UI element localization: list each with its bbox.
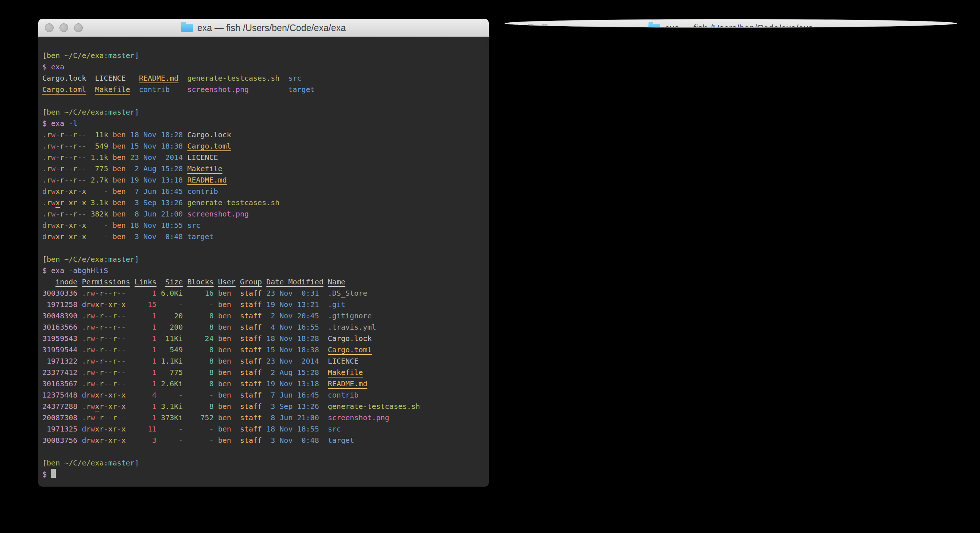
terminal-line: .rw-r--r-- 549 ben 15 Nov 18:38 Cargo.to…	[42, 140, 484, 152]
terminal-content[interactable]: [ben ~/C/e/exa:master]$ exaCargo.lock LI…	[38, 37, 489, 487]
terminal-line: drwxr-xr-x - ben 3 Nov 0:48 target	[42, 231, 484, 243]
terminal-line: .rw-r--r-- 1.1k ben 23 Nov 2014 LICENCE	[42, 152, 484, 163]
terminal-window-left: exa — fish /Users/ben/Code/exa/exa [ben …	[38, 19, 489, 487]
terminal-window-right: exa — fish /Users/ben/Code/exa/exa [ben …	[504, 19, 958, 28]
terminal-line: drwxr-xr-x - ben 18 Nov 18:55 src	[42, 220, 484, 231]
terminal-line: inode Permissions Links Size Blocks User…	[42, 276, 484, 288]
terminal-line: 24377288 .rwxr-xr-x 1 3.1Ki 8 ben staff …	[42, 401, 484, 412]
terminal-line: [ben ~/C/e/exa:master]	[42, 107, 484, 118]
terminal-line: 1971322 .rw-r--r-- 1 1.1Ki 8 ben staff 2…	[42, 356, 484, 367]
terminal-line: [ben ~/C/e/exa:master]	[42, 458, 484, 469]
terminal-line: .rw-r--r-- 11k ben 18 Nov 18:28 Cargo.lo…	[42, 129, 484, 140]
folder-icon	[649, 24, 660, 28]
terminal-line: [ben ~/C/e/exa:master]	[42, 50, 484, 61]
terminal-line: 1971258 drwxr-xr-x 15 - - ben staff 19 N…	[42, 299, 484, 310]
terminal-line: 1971325 drwxr-xr-x 11 - - ben staff 18 N…	[42, 423, 484, 435]
terminal-line	[42, 243, 484, 254]
terminal-line	[42, 95, 484, 107]
terminal-line: Cargo.lock LICENCE README.md generate-te…	[42, 73, 484, 84]
terminal-line: 30163566 .rw-r--r-- 1 200 8 ben staff 4 …	[42, 322, 484, 333]
terminal-cursor	[51, 469, 56, 478]
titlebar[interactable]: exa — fish /Users/ben/Code/exa/exa	[38, 19, 489, 37]
terminal-line: 31959544 .rw-r--r-- 1 549 8 ben staff 15…	[42, 344, 484, 356]
terminal-line: $ exa	[42, 61, 484, 73]
terminal-line: .rw-r--r-- 775 ben 2 Aug 15:28 Makefile	[42, 163, 484, 174]
terminal-line: 20087308 .rw-r--r-- 1 373Ki 752 ben staf…	[42, 412, 484, 423]
terminal-line: .rw-r--r-- 2.7k ben 19 Nov 13:18 README.…	[42, 174, 484, 186]
window-title-area: exa — fish /Users/ben/Code/exa/exa	[505, 19, 957, 28]
terminal-line: $ exa -abghHliS	[42, 265, 484, 276]
terminal-line: $ exa -l	[42, 118, 484, 129]
terminal-line: [ben ~/C/e/exa:master]	[42, 254, 484, 265]
window-title: exa — fish /Users/ben/Code/exa/exa	[665, 23, 813, 28]
titlebar[interactable]: exa — fish /Users/ben/Code/exa/exa	[505, 19, 957, 28]
terminal-line: 31959543 .rw-r--r-- 1 11Ki 24 ben staff …	[42, 333, 484, 344]
terminal-line: 30030336 .rw-r--r-- 1 6.0Ki 16 ben staff…	[42, 288, 484, 299]
terminal-line: 30048390 .rw-r--r-- 1 20 8 ben staff 2 N…	[42, 310, 484, 322]
terminal-line: 12375448 drwxr-xr-x 4 - - ben staff 7 Ju…	[42, 389, 484, 401]
terminal-line: 23377412 .rw-r--r-- 1 775 8 ben staff 2 …	[42, 367, 484, 378]
terminal-line: .rwxr-xr-x 3.1k ben 3 Sep 13:26 generate…	[42, 197, 484, 209]
terminal-line: 30163567 .rw-r--r-- 1 2.6Ki 8 ben staff …	[42, 378, 484, 389]
terminal-line	[42, 446, 484, 458]
terminal-line: .rw-r--r-- 382k ben 8 Jun 21:00 screensh…	[42, 209, 484, 220]
terminal-line: drwxr-xr-x - ben 7 Jun 16:45 contrib	[42, 186, 484, 197]
folder-icon	[181, 24, 193, 32]
window-title-area: exa — fish /Users/ben/Code/exa/exa	[38, 19, 489, 37]
terminal-line: Cargo.toml Makefile contrib screenshot.p…	[42, 84, 484, 95]
terminal-line: $	[42, 469, 484, 480]
window-title: exa — fish /Users/ben/Code/exa/exa	[197, 22, 346, 33]
terminal-line: 30083756 drwxr-xr-x 3 - - ben staff 3 No…	[42, 435, 484, 446]
